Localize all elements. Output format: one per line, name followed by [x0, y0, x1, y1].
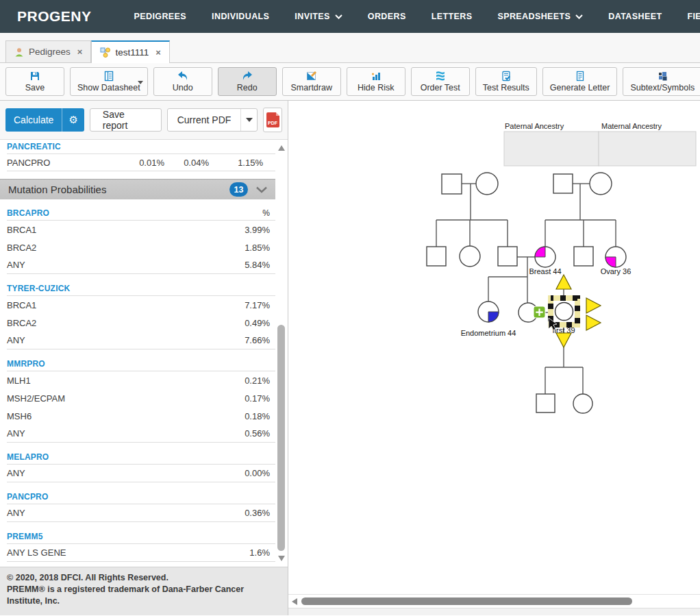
expand-down-arrow[interactable]	[556, 333, 571, 347]
report-toolbar: Calculate ⚙ Save report Current PDF PDF	[0, 101, 288, 140]
table-row: MSH2/ECPAM0.17%	[7, 389, 275, 407]
add-relative-button[interactable]	[534, 306, 545, 318]
table-row: ANY5.84%	[7, 256, 275, 274]
symbol-label: Endometrium 44	[461, 329, 516, 337]
nav-invites[interactable]: INVITES	[295, 12, 342, 21]
pedigree-female-symbol[interactable]	[476, 173, 498, 195]
save-button[interactable]: Save	[5, 67, 64, 96]
table-row: PANCPRO 0.01% 0.04% 1.15%	[7, 154, 275, 171]
pedigree-male-symbol[interactable]	[536, 394, 555, 412]
nav-fields[interactable]: FIELDS	[687, 12, 700, 21]
scrollbar-thumb[interactable]	[301, 597, 632, 605]
pedigree-male-symbol[interactable]	[442, 174, 462, 194]
nav-letters[interactable]: LETTERS	[432, 12, 473, 21]
table-row: ANY0.00%	[7, 465, 275, 482]
risk-section: BRCAPRO% BRCA13.99% BRCA21.85% ANY5.84%	[7, 206, 275, 274]
top-nav-bar: PROGENY PEDIGREES INDIVIDUALS INVITES OR…	[0, 0, 700, 33]
symbol-label: Breast 44	[529, 267, 561, 275]
expand-right-arrow[interactable]	[586, 315, 601, 330]
expand-right-arrow[interactable]	[586, 298, 601, 313]
horizontal-scrollbar[interactable]	[288, 594, 700, 608]
section-title: BRCAPRO	[7, 208, 49, 218]
close-tab-icon[interactable]: ×	[155, 47, 161, 58]
chevron-down-icon	[335, 14, 342, 19]
pedigree-male-symbol[interactable]	[498, 247, 517, 266]
section-title: TYRER-CUZICK	[7, 284, 70, 293]
save-report-button[interactable]: Save report	[90, 108, 162, 132]
letter-document-icon	[575, 71, 586, 82]
pedigree-female-ovarian-cancer[interactable]	[605, 247, 626, 267]
pdf-select-dropdown[interactable]: Current PDF	[167, 108, 258, 132]
table-row: BRCA21.85%	[7, 238, 275, 256]
pedigree-female-symbol[interactable]	[590, 173, 612, 195]
chevron-down-icon[interactable]	[256, 186, 267, 193]
scroll-left-arrow-icon[interactable]	[292, 598, 297, 605]
selected-individual[interactable]	[551, 298, 577, 325]
vertical-scrollbar[interactable]	[277, 141, 286, 565]
undo-button[interactable]: Undo	[153, 67, 212, 96]
risk-section-pancreatic: PANCREATIC PANCPRO 0.01% 0.04% 1.15%	[7, 140, 275, 171]
nav-pedigrees[interactable]: PEDIGREES	[134, 12, 187, 21]
count-badge: 13	[229, 182, 248, 197]
scroll-up-arrow-icon[interactable]	[278, 145, 285, 151]
gear-icon[interactable]: ⚙	[62, 108, 84, 132]
table-row: ANY0.56%	[7, 425, 275, 443]
paternal-ancestry-box[interactable]	[504, 132, 599, 166]
datasheet-icon	[103, 71, 114, 82]
section-title: MELAPRO	[7, 452, 49, 462]
smartdraw-button[interactable]: Smartdraw	[282, 67, 341, 96]
table-row: ANY0.36%	[7, 504, 275, 522]
redo-arrow-icon	[241, 71, 253, 82]
export-pdf-button[interactable]: PDF	[263, 108, 282, 132]
calculate-button[interactable]: Calculate ⚙	[5, 108, 84, 132]
pedigree-female-symbol[interactable]	[573, 394, 592, 413]
hide-risk-button[interactable]: Hide Risk	[347, 67, 405, 96]
redo-button[interactable]: Redo	[218, 67, 277, 96]
risk-report-panel: Calculate ⚙ Save report Current PDF PDF …	[0, 101, 288, 615]
risk-section: MMRPRO MLH10.21% MSH2/ECPAM0.17% MSH60.1…	[7, 357, 275, 443]
scrollbar-thumb[interactable]	[277, 325, 285, 551]
table-row: MSH60.18%	[7, 407, 275, 425]
scroll-down-arrow-icon[interactable]	[278, 556, 285, 561]
paternal-ancestry-label: Paternal Ancestry	[505, 122, 564, 130]
expand-up-arrow[interactable]	[556, 275, 571, 289]
nav-datasheet[interactable]: DATASHEET	[608, 12, 662, 21]
symbols-grid-icon	[657, 71, 668, 82]
table-row: BRCA20.49%	[7, 314, 275, 332]
nav-individuals[interactable]: INDIVIDUALS	[212, 12, 269, 21]
section-title: PREMM5	[7, 532, 43, 541]
percent-column-header: %	[262, 208, 275, 218]
maternal-ancestry-box[interactable]	[599, 132, 696, 166]
pedigree-male-symbol[interactable]	[553, 174, 573, 193]
dropdown-arrow-icon[interactable]	[240, 109, 257, 131]
floppy-disk-icon	[29, 71, 40, 82]
generate-letter-button[interactable]: Generate Letter	[542, 67, 618, 96]
undo-arrow-icon	[177, 71, 189, 82]
symbol-label: Ovary 36	[601, 267, 632, 275]
mutation-probabilities-header[interactable]: Mutation Probabilities 13	[0, 179, 275, 199]
test-results-icon	[501, 71, 512, 82]
pedigree-female-endometrium-cancer[interactable]	[478, 301, 499, 322]
nav-orders[interactable]: ORDERS	[368, 12, 406, 21]
subtext-symbols-button[interactable]: Subtext/Symbols	[623, 67, 700, 96]
risk-table-viewport: PANCREATIC PANCPRO 0.01% 0.04% 1.15% Mut…	[0, 140, 288, 567]
risk-section: PANCPRO ANY0.36%	[7, 490, 275, 522]
risk-section: PREMM5 ANY LS GENE1.6%	[7, 530, 275, 562]
test-results-button[interactable]: Test Results	[475, 67, 537, 96]
pedigree-female-breast-cancer[interactable]	[535, 247, 555, 267]
pedigree-male-symbol[interactable]	[574, 247, 593, 266]
pedigree-icon	[100, 47, 110, 58]
table-row: BRCA13.99%	[7, 221, 275, 238]
show-datasheet-button[interactable]: Show Datasheet	[70, 67, 148, 96]
nav-spreadsheets[interactable]: SPREADSHEETS	[497, 12, 583, 21]
tab-pedigrees[interactable]: Pedigrees ×	[5, 40, 91, 62]
pedigree-male-symbol[interactable]	[427, 247, 446, 266]
tab-test1111[interactable]: test1111 ×	[91, 40, 169, 63]
pedigree-female-symbol[interactable]	[460, 246, 480, 267]
dropdown-arrow-icon[interactable]	[138, 81, 143, 84]
close-tab-icon[interactable]: ×	[77, 47, 83, 57]
copyright-footer: © 2020, 2018 DFCI. All Rights Reserved. …	[0, 567, 288, 615]
section-title: MMRPRO	[7, 359, 45, 369]
order-test-button[interactable]: Order Test	[411, 67, 470, 96]
section-title: PANCREATIC	[7, 142, 61, 151]
